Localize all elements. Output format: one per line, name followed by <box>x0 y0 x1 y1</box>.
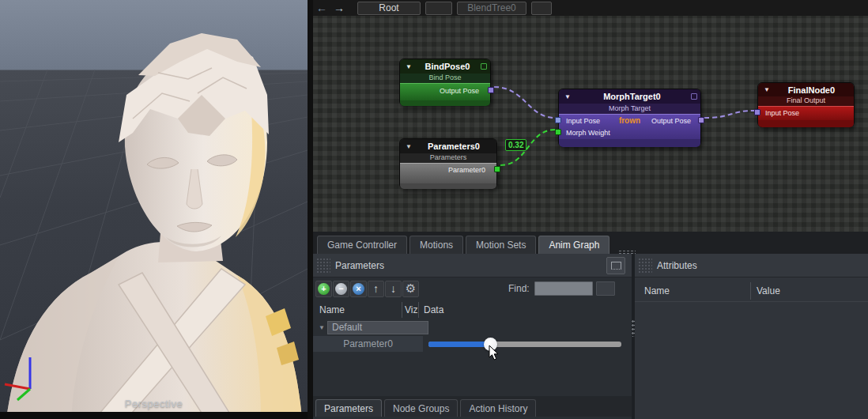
column-value[interactable]: Value <box>751 285 780 296</box>
tab-game-controller-label: Game Controller <box>327 240 397 251</box>
node-morphtarget0-header[interactable]: ▼ MorphTarget0 <box>559 89 700 104</box>
port-parameters0-output[interactable] <box>494 166 500 172</box>
character-model <box>6 33 302 419</box>
animation-editor-window: Perspective ← → Root BlendTree0 ▼ <box>0 0 868 419</box>
attributes-column-headers: Name Value <box>635 280 868 302</box>
node-bindpose0-header[interactable]: ▼ BindPose0 <box>400 59 490 74</box>
breadcrumb-tab-spacer1[interactable] <box>425 2 452 15</box>
node-morphtarget0-body: Input Pose frown Output Pose Morph Weigh… <box>559 114 700 139</box>
splitter-top-handle-icon[interactable] <box>618 250 636 254</box>
slider-handle[interactable] <box>484 338 497 351</box>
column-viz[interactable]: Viz <box>402 304 418 315</box>
tab-game-controller[interactable]: Game Controller <box>317 236 407 254</box>
wire-morphtarget-to-finalnode[interactable] <box>704 111 754 118</box>
clear-parameters-button[interactable]: × <box>350 281 367 297</box>
node-bindpose0-body: Output Pose <box>400 83 490 100</box>
viewport-scene <box>0 0 308 419</box>
breadcrumb-blendtree-label: BlendTree0 <box>467 2 516 13</box>
subtab-action-history[interactable]: Action History <box>460 399 536 417</box>
panel-grip-icon[interactable] <box>638 258 652 274</box>
node-color-swatch-icon <box>691 93 697 100</box>
node-parameters0[interactable]: ▼ Parameters0 Parameters Parameter0 <box>399 138 497 189</box>
collapse-triangle-icon[interactable]: ▼ <box>406 143 412 150</box>
node-morphtarget0-title: MorphTarget0 <box>573 92 691 101</box>
port-bindpose0-output[interactable] <box>488 87 494 93</box>
collapse-triangle-icon[interactable]: ▼ <box>564 93 571 100</box>
attributes-empty-body <box>635 302 868 419</box>
clear-x-icon: × <box>353 283 364 295</box>
parameter-value-slider[interactable] <box>428 342 621 347</box>
breadcrumb-tab-spacer2[interactable] <box>531 2 552 15</box>
port-label-parameter0: Parameter0 <box>448 166 485 174</box>
node-bindpose0-title: BindPose0 <box>414 62 481 71</box>
node-finalnode0[interactable]: ▼ FinalNode0 Final Output Input Pose <box>757 82 855 127</box>
viewport-mode-label[interactable]: Perspective <box>0 398 308 410</box>
viewport-divider[interactable] <box>308 0 313 419</box>
node-morphtarget0[interactable]: ▼ MorphTarget0 Morph Target Input Pose f… <box>558 89 701 147</box>
float-window-icon <box>611 262 621 270</box>
up-arrow-icon: ↑ <box>373 282 379 295</box>
subtab-action-history-label: Action History <box>469 403 527 414</box>
parameters-column-headers: Name Viz Data <box>313 300 632 320</box>
breadcrumb-tab-blendtree[interactable]: BlendTree0 <box>457 2 526 15</box>
subtab-parameters[interactable]: Parameters <box>315 399 382 417</box>
find-input[interactable] <box>534 281 593 296</box>
viewport-bottom-edge <box>0 412 308 419</box>
add-parameter-button[interactable]: + <box>315 281 332 297</box>
port-finalnode0-input[interactable] <box>754 109 760 115</box>
parameter-name-cell[interactable]: Parameter0 <box>313 336 423 352</box>
attributes-panel-header[interactable]: Attributes <box>635 254 868 277</box>
parameter-group-row[interactable]: ▼ Default <box>313 320 632 335</box>
tab-anim-graph[interactable]: Anim Graph <box>538 236 609 254</box>
collapse-triangle-icon[interactable]: ▼ <box>764 86 770 93</box>
port-morphtarget0-output[interactable] <box>698 117 704 123</box>
node-finalnode0-title: FinalNode0 <box>772 85 851 95</box>
node-finalnode0-type: Final Output <box>758 96 854 106</box>
node-morphtarget0-type: Morph Target <box>559 104 700 114</box>
port-label-morph-weight: Morph Weight <box>566 129 610 137</box>
minus-icon: − <box>335 283 347 295</box>
node-parameters0-type: Parameters <box>400 153 496 163</box>
parameter-settings-button[interactable]: ⚙ <box>402 281 419 297</box>
breadcrumb-tab-root[interactable]: Root <box>357 2 421 15</box>
tab-motions-label: Motions <box>420 240 453 251</box>
port-label-output-pose: Output Pose <box>651 117 691 125</box>
node-parameters0-body: Parameter0 <box>400 163 496 183</box>
group-name-cell[interactable]: Default <box>327 321 428 334</box>
port-morphtarget0-weight[interactable] <box>555 129 561 135</box>
parameters-subtab-bar: Parameters Node Groups Action History <box>313 396 632 417</box>
tab-motions[interactable]: Motions <box>409 236 463 254</box>
collapse-triangle-icon[interactable]: ▼ <box>406 63 412 70</box>
find-clear-button[interactable] <box>596 281 615 296</box>
column-name[interactable]: Name <box>313 304 402 315</box>
nav-forward-icon[interactable]: → <box>330 2 348 14</box>
nav-back-icon[interactable]: ← <box>313 2 330 14</box>
panel-grip-icon[interactable] <box>316 258 330 274</box>
tab-motion-sets[interactable]: Motion Sets <box>466 236 536 254</box>
panel-float-button[interactable] <box>606 257 625 274</box>
remove-parameter-button[interactable]: − <box>333 281 349 297</box>
node-bindpose0-type: Bind Pose <box>400 74 490 83</box>
find-label: Find: <box>508 283 530 294</box>
slider-fill <box>428 342 490 347</box>
node-finalnode0-header[interactable]: ▼ FinalNode0 <box>758 83 854 96</box>
gear-icon: ⚙ <box>406 281 416 296</box>
node-morphtarget0-footer <box>559 139 700 147</box>
anim-graph-canvas[interactable]: ▼ BindPose0 Bind Pose Output Pose ▼ Para… <box>313 16 868 232</box>
parameters-panel-header[interactable]: Parameters <box>313 254 632 277</box>
parameter-row[interactable]: Parameter0 <box>313 336 632 352</box>
column-name[interactable]: Name <box>635 285 750 296</box>
parameters-toolbar: + − × ↑ ↓ ⚙ Find: <box>313 277 632 300</box>
main-tab-bar: Game Controller Motions Motion Sets Anim… <box>313 232 868 254</box>
plus-icon: + <box>318 283 330 295</box>
move-down-button[interactable]: ↓ <box>385 281 402 297</box>
node-parameters0-header[interactable]: ▼ Parameters0 <box>400 139 496 153</box>
subtab-node-groups[interactable]: Node Groups <box>384 399 458 417</box>
3d-viewport[interactable]: Perspective <box>0 0 308 419</box>
node-bindpose0[interactable]: ▼ BindPose0 Bind Pose Output Pose <box>399 59 491 106</box>
wire-bindpose-to-morphtarget[interactable] <box>494 87 555 118</box>
column-data[interactable]: Data <box>419 304 443 315</box>
expand-triangle-icon[interactable]: ▼ <box>316 324 327 331</box>
move-up-button[interactable]: ↑ <box>368 281 384 297</box>
graph-breadcrumb-bar: ← → Root BlendTree0 <box>313 0 868 16</box>
